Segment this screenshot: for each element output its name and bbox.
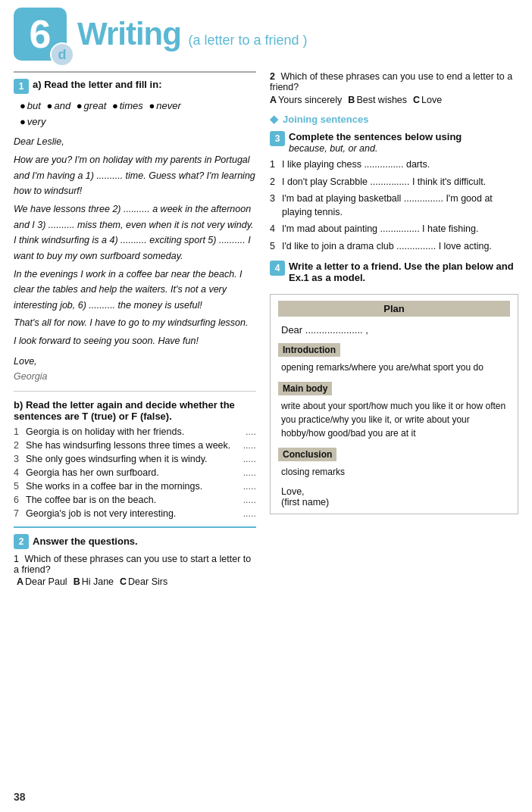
joining-header: ◆ Joining sentences (270, 113, 518, 125)
s3-num: 2 (270, 176, 282, 189)
unit-box: 6 d (14, 8, 67, 61)
li-num: 5 (14, 481, 26, 492)
section-4-num: 4 (270, 261, 285, 276)
section-4: 4 Write a letter to a friend. Use the pl… (270, 261, 518, 514)
li-text: She only goes windsurfing when it is win… (26, 454, 240, 464)
plan-love: Love, (first name) (278, 486, 510, 508)
plan-dear: Dear ..................... , (278, 323, 510, 337)
li-num: 1 (14, 426, 26, 437)
plan-name: (first name) (281, 497, 329, 508)
main-content: 1 a) Read the letter and fill in: ●but ●… (14, 71, 518, 591)
bullet-word: never (156, 100, 181, 111)
li-text: The coffee bar is on the beach. (26, 495, 240, 505)
title-sub: (a letter to a friend ) (189, 33, 308, 48)
aq-q1-text: 1 Which of these phrases can you use to … (14, 554, 256, 575)
bullet-word: times (120, 100, 143, 111)
left-column: 1 a) Read the letter and fill in: ●but ●… (14, 71, 256, 591)
list-item: 6 The coffee bar is on the beach. ..... (14, 495, 256, 505)
section-1: 1 a) Read the letter and fill in: ●but ●… (14, 71, 256, 392)
li-dots: ..... (243, 508, 256, 519)
s3-text: I like playing chess ............... dar… (282, 158, 518, 172)
section-3-title: Complete the sentences below using (289, 131, 462, 142)
letter-salutation: Dear Leslie, (14, 134, 256, 150)
s3-text: I'm bad at playing basketball ..........… (282, 192, 518, 219)
section-4-header: 4 Write a letter to a friend. Use the pl… (270, 261, 518, 289)
bullet-word: and (54, 100, 70, 111)
aq-title: Answer the questions. (33, 536, 138, 547)
li-text: She works in a coffee bar in the morning… (26, 481, 240, 492)
section-3-header: 3 Complete the sentences below using bec… (270, 131, 518, 154)
li-dots: ..... (243, 467, 256, 478)
plan-main-content: write about your sport/how much you like… (278, 399, 510, 440)
list-item: 3 I'm bad at playing basketball ........… (270, 192, 518, 219)
section-3-title-block: Complete the sentences below using becau… (289, 131, 462, 154)
li-num: 7 (14, 508, 26, 519)
bullet-word: but (27, 100, 41, 111)
right-column: 2 Which of these phrases can you use to … (270, 71, 518, 591)
letter-sign: Love, (14, 354, 256, 370)
s3-text: I'm mad about painting ............... I… (282, 223, 518, 236)
section-2-num: 2 (14, 534, 29, 549)
list-item: 7 Georgia's job is not very interesting.… (14, 508, 256, 519)
plan-conclusion-content: closing remarks (278, 465, 510, 479)
joining-diamond-icon: ◆ (270, 113, 278, 125)
plan-box: Plan Dear ..................... , Introd… (270, 294, 518, 514)
option: ADear Paul (17, 576, 67, 587)
plan-love-text: Love, (281, 486, 305, 497)
s3-num: 1 (270, 158, 282, 172)
li-num: 2 (14, 440, 26, 451)
right-q2: 2 Which of these phrases can you use to … (270, 71, 518, 105)
bullet-word: great (84, 100, 107, 111)
list-item: 1 I like playing chess ............... d… (270, 158, 518, 172)
option: CLove (413, 95, 442, 105)
section-1-header: 1 a) Read the letter and fill in: (14, 79, 256, 94)
letter-name: Georgia (14, 369, 256, 385)
list-item: 4 Georgia has her own surfboard. ..... (14, 467, 256, 478)
aq-header: 2 Answer the questions. (14, 534, 256, 549)
section-1-num: 1 (14, 79, 29, 94)
unit-letter-badge: d (50, 42, 74, 67)
plan-intro-content: opening remarks/where you are/what sport… (278, 361, 510, 374)
part-b-list: 1 Georgia is on holiday with her friends… (14, 426, 256, 519)
li-dots: ..... (243, 481, 256, 492)
letter-body: How are you? I'm on holiday with my pare… (14, 152, 256, 349)
page-header: 6 d Writing (a letter to a friend ) (14, 8, 518, 61)
list-item: 1 Georgia is on holiday with her friends… (14, 426, 256, 437)
aq-q1: 1 Which of these phrases can you use to … (14, 554, 256, 587)
list-item: 5 I'd like to join a drama club ........… (270, 240, 518, 254)
section-3-num: 3 (270, 131, 285, 146)
plan-intro-label: Introduction (278, 343, 340, 357)
li-dots: ..... (243, 454, 256, 464)
section-4-title: Write a letter to a friend. Use the plan… (289, 261, 518, 283)
part-b-title: b) Read the letter again and decide whet… (14, 399, 256, 422)
list-item: 2 She has windsurfing lessons three time… (14, 440, 256, 451)
plan-main-label: Main body (278, 382, 332, 395)
plan-conclusion-label: Conclusion (278, 448, 336, 461)
unit-number: 6 (30, 14, 52, 54)
li-num: 4 (14, 467, 26, 478)
letter-content: Dear Leslie, How are you? I'm on holiday… (14, 134, 256, 392)
plan-header: Plan (278, 301, 510, 317)
word-list: ●but ●and ●great ●times ●never ●very (20, 98, 256, 130)
s3-num: 3 (270, 192, 282, 219)
option: BHi Jane (74, 576, 114, 587)
part-b: b) Read the letter again and decide whet… (14, 399, 256, 519)
section-1-title: a) Read the letter and fill in: (33, 79, 161, 90)
li-num: 6 (14, 495, 26, 505)
li-dots: .... (246, 426, 256, 437)
letter-paragraph: We have lessons three 2) .......... a we… (14, 201, 256, 264)
letter-paragraph: That's all for now. I have to go to my w… (14, 315, 256, 331)
list-item: 2 I don't play Scrabble ............... … (270, 176, 518, 189)
list-item: 3 She only goes windsurfing when it is w… (14, 454, 256, 464)
list-item: 5 She works in a coffee bar in the morni… (14, 481, 256, 492)
li-dots: ..... (243, 440, 256, 451)
option: BBest wishes (348, 95, 407, 105)
section-3-subtitle: because, but, or and. (289, 143, 377, 154)
answer-questions: 2 Answer the questions. 1 Which of these… (14, 526, 256, 587)
letter-paragraph: I look forward to seeing you soon. Have … (14, 333, 256, 349)
section-3: 3 Complete the sentences below using bec… (270, 131, 518, 253)
bullet-word: very (27, 116, 46, 127)
section-3-list: 1 I like playing chess ............... d… (270, 158, 518, 253)
page-number: 38 (14, 791, 26, 803)
letter-paragraph: In the evenings I work in a coffee bar n… (14, 267, 256, 314)
